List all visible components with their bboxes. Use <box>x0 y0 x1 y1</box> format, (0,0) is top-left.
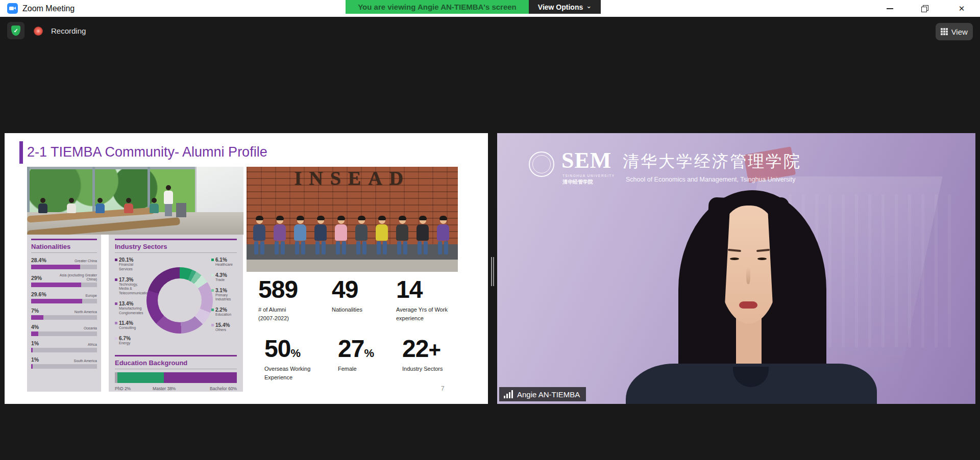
nationality-percent: 29% <box>31 275 42 281</box>
participant-video: SEM TSINGHUA UNIVERSITY 清华经管学院 清华大学经济管理学… <box>497 133 975 404</box>
stat-item: 22+Industry Sectors <box>396 333 462 389</box>
nationality-percent: 1% <box>31 340 39 346</box>
donut-legend-item: 4.3%Trade <box>211 272 237 283</box>
industry-chart-title: Industry Sectors <box>115 243 237 250</box>
legend-percent: 4.3% <box>215 272 227 278</box>
sem-logo-text: SEM <box>561 147 611 173</box>
slide-title: 2-1 TIEMBA Community- Alumni Profile <box>27 144 267 160</box>
nationality-row: 1%Africa <box>31 340 97 352</box>
nationality-label: Oceania <box>84 326 97 330</box>
panel-resize-handle[interactable] <box>491 257 495 286</box>
instructor <box>164 185 173 216</box>
seated-person <box>95 198 105 213</box>
legend-label: Manufacturing Conglomerates <box>119 306 146 316</box>
donut-legend-right: 6.1%Healthcare4.3%Trade3.1%Primary Indus… <box>211 257 237 338</box>
stat-suffix: % <box>364 347 374 360</box>
stat-label: # of Alumni (2007-2022) <box>258 305 332 322</box>
alumni-person <box>415 217 430 254</box>
legend-swatch <box>115 259 117 261</box>
stat-value: 589 <box>258 277 332 302</box>
donut-legend-item: 6.7%Energy <box>115 336 146 346</box>
legend-swatch <box>115 337 117 340</box>
zoom-app-icon <box>7 3 18 14</box>
legend-percent: 11.4% <box>119 320 133 326</box>
video-camera-lens-icon <box>14 7 16 10</box>
legend-percent: 13.4% <box>119 301 133 306</box>
video-camera-icon <box>9 7 14 10</box>
stat-label: Nationalities <box>332 305 396 314</box>
restore-button[interactable] <box>914 0 936 17</box>
legend-label: Consulting <box>119 326 146 330</box>
participant-name-tag: Angie AN-TIEMBA <box>499 387 586 401</box>
donut-legend-item: 11.4%Consulting <box>115 320 146 330</box>
alumni-person <box>333 217 349 254</box>
nationality-row: 1%South America <box>31 356 97 369</box>
nationality-label: Greater China <box>75 259 97 263</box>
nationality-row: 28.4%Greater China <box>31 257 97 269</box>
legend-swatch <box>211 324 214 326</box>
legend-swatch <box>211 289 214 292</box>
legend-label: Trade <box>215 278 237 283</box>
stat-value: 14 <box>396 277 462 302</box>
industry-donut-chart: 20.1%Financial Services17.3%Technology, … <box>115 255 237 355</box>
slide-title-accent-bar <box>19 141 23 164</box>
stat-label: Industry Sectors <box>402 365 462 373</box>
donut-legend-item: 15.4%Others <box>211 322 237 333</box>
alumni-person <box>292 217 308 254</box>
alumni-person <box>354 217 369 254</box>
stat-value: 49 <box>332 277 396 302</box>
nationality-label: Europe <box>85 294 97 298</box>
meeting-info-button[interactable]: ✓ <box>7 22 24 39</box>
nationalities-chart-title: Nationalities <box>31 243 97 250</box>
legend-label: Primary Industries <box>215 293 237 302</box>
legend-label: Energy <box>119 341 146 346</box>
stat-item: 27%Female <box>332 333 396 389</box>
slide-page-number: 7 <box>441 385 445 392</box>
seated-person <box>67 198 76 213</box>
seated-person <box>150 198 159 213</box>
donut-chart <box>146 267 213 334</box>
stat-label: Average Yrs of Work experience <box>396 305 462 322</box>
education-chart-title: Education Background <box>115 359 237 367</box>
close-button[interactable]: ✕ <box>951 0 972 17</box>
donut-legend-item: 6.1%Healthcare <box>211 257 237 267</box>
alumni-person <box>395 217 410 254</box>
zoom-meeting-window: Zoom Meeting You are viewing Angie AN-TI… <box>0 0 980 460</box>
recording-indicator-icon <box>34 27 43 36</box>
industry-education-panel: Industry Sectors 20.1%Financial Services… <box>109 235 243 392</box>
donut-legend-item: 3.1%Primary Industries <box>211 288 237 302</box>
school-name-cn: 清华大学经济管理学院 <box>623 150 801 173</box>
view-options-dropdown[interactable]: View Options ⌄ <box>529 0 601 14</box>
donut-legend-item: 17.3%Technology, Media & Telecommunicati… <box>115 277 146 296</box>
view-button-label: View <box>951 28 968 36</box>
education-segment <box>164 372 237 383</box>
nationality-percent: 4% <box>31 324 39 330</box>
education-labels: PhD 2%Master 38%Bachelor 60% <box>115 386 237 393</box>
screen-share-banner: You are viewing Angie AN-TIEMBA's screen <box>346 0 529 14</box>
stat-value: 22+ <box>402 336 462 362</box>
legend-label: Healthcare <box>215 263 237 267</box>
nationality-label: Asia (excluding Greater China) <box>50 273 97 281</box>
nationality-row: 4%Oceania <box>31 324 97 336</box>
stat-label: Female <box>338 365 396 373</box>
nationality-percent: 1% <box>31 356 39 363</box>
education-segment-label: PhD 2% <box>115 386 131 391</box>
view-button[interactable]: View <box>936 23 973 40</box>
donut-legend-left: 20.1%Financial Services17.3%Technology, … <box>115 257 146 351</box>
stat-label: Overseas Working Experience <box>264 365 332 381</box>
shared-screen-slide: 2-1 TIEMBA Community- Alumni Profile Nat… <box>5 133 488 404</box>
alumni-person <box>435 217 451 254</box>
nationality-row: 7%North America <box>31 308 97 320</box>
seated-person <box>124 198 133 213</box>
donut-legend-item: 20.1%Financial Services <box>115 257 146 272</box>
participant-name: Angie AN-TIEMBA <box>517 390 580 399</box>
classroom-photo <box>27 167 243 235</box>
nationality-percent: 28.4% <box>31 257 46 263</box>
nationalities-chart: Nationalities 28.4%Greater China29%Asia … <box>27 235 101 392</box>
minimize-button[interactable] <box>879 0 900 17</box>
lectern <box>176 203 186 217</box>
school-cn-short-text: 清华经管学院 <box>562 178 593 186</box>
stat-value: 50% <box>264 336 332 362</box>
stat-suffix: + <box>428 338 440 362</box>
recording-label: Recording <box>51 27 86 35</box>
